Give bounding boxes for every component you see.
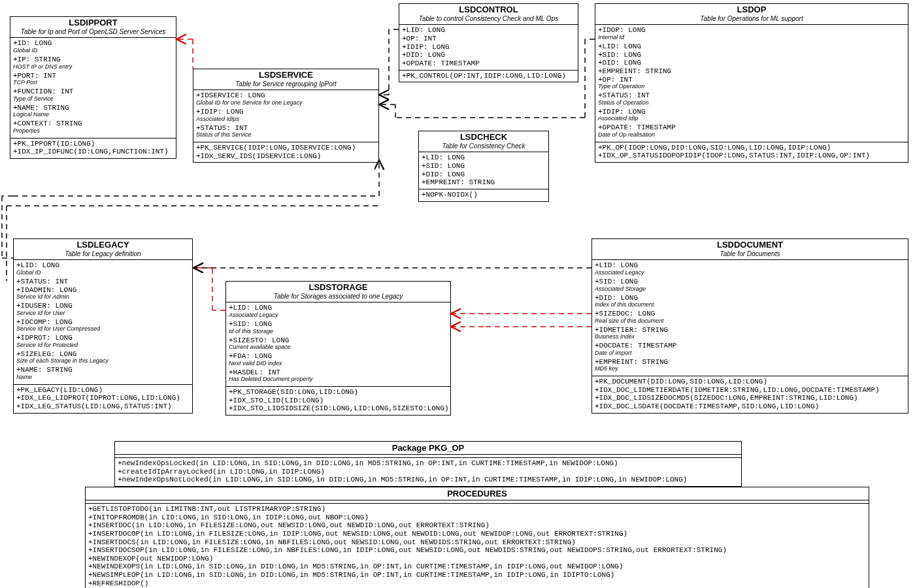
lsdipport-ops: +PK_IPPORT(ID:LONG) +IDX_IP_IDFUNC(ID:LO… <box>10 139 176 158</box>
lsdcheck-name: LSDCHECK <box>422 133 546 142</box>
lsdservice-ops: +PK_SERVICE(IDIP:LONG,IDSERVICE:LONG) +I… <box>193 142 378 162</box>
lsdlegacy-name: LSDLEGACY <box>16 240 190 250</box>
lsdipport-box: LSDIPPORT Table for Ip and Port of OpenL… <box>10 16 176 159</box>
lsdop-box: LSDOP Table for Operations for ML suppor… <box>595 3 908 163</box>
lsdstorage-box: LSDSTORAGE Table for Storages associated… <box>225 281 451 416</box>
lsdipport-attrs: +ID: LONG Global ID +IP: STRING HOST IP … <box>10 38 176 138</box>
lsdstorage-name: LSDSTORAGE <box>229 283 448 293</box>
procedures-lines: +GETLISTOPTODO(in LIMITNB:INT,out LISTPR… <box>86 504 869 588</box>
lsdcontrol-name: LSDCONTROL <box>402 5 575 15</box>
lsddocument-desc: Table for Documents <box>595 250 905 258</box>
lsddocument-ops: +PK_DOCUMENT(DID:LONG,SID:LONG,LID:LONG)… <box>592 376 908 413</box>
lsdcontrol-desc: Table to control Consistency Check and M… <box>402 15 575 23</box>
lsdop-desc: Table for Operations for ML support <box>598 15 905 23</box>
lsdservice-box: LSDSERVICE Table for Service regrouping … <box>193 69 379 163</box>
lsdlegacy-box: LSDLEGACY Table for Legacy definition +L… <box>13 238 193 414</box>
lsdcontrol-attrs: +LID: LONG +OP: INT +IDIP: LONG +DID: LO… <box>399 25 578 70</box>
lsdcheck-attrs: +LID: LONG +SID: LONG +DID: LONG +EMPREI… <box>419 152 548 189</box>
lsddocument-attrs: +LID: LONG Associated Legacy +SID: LONG … <box>592 260 908 376</box>
pkg-op-name: Package PKG_OP <box>115 442 741 455</box>
lsdservice-name: LSDSERVICE <box>196 71 376 80</box>
pkg-op-box: Package PKG_OP +newIndexOpsLocked(in LID… <box>114 441 742 487</box>
lsddocument-name: LSDDOCUMENT <box>595 240 905 250</box>
pkg-op-lines: +newIndexOpsLocked(in LID:LONG,in SID:LO… <box>115 458 741 486</box>
lsdstorage-attrs: +LID: LONG Associated Legacy +SID: LONG … <box>226 302 450 387</box>
lsddocument-box: LSDDOCUMENT Table for Documents +LID: LO… <box>591 238 908 414</box>
lsdipport-desc: Table for Ip and Port of OpenLSD Server … <box>13 28 173 36</box>
lsdservice-desc: Table for Service regrouping IpPort <box>196 80 376 88</box>
lsdipport-name: LSDIPPORT <box>13 18 173 28</box>
lsdcheck-ops: +NOPK-NOIDX() <box>419 189 548 201</box>
lsdcheck-desc: Table for Consistency Check <box>422 142 546 150</box>
lsdop-name: LSDOP <box>598 5 905 15</box>
procedures-box: PROCEDURES +GETLISTOPTODO(in LIMITNB:INT… <box>85 487 869 588</box>
lsdlegacy-attrs: +LID: LONG Global ID +STATUS: INT +IDADM… <box>14 260 192 384</box>
lsdop-ops: +PK_OP(IDOP:LONG,DID:LONG,SID:LONG,LID:L… <box>595 142 908 162</box>
lsdcontrol-box: LSDCONTROL Table to control Consistency … <box>399 3 578 82</box>
procedures-name: PROCEDURES <box>86 487 869 500</box>
lsdlegacy-ops: +PK_LEGACY(LID:LONG) +IDX_LEG_LIDPROT(ID… <box>14 385 192 413</box>
lsdcontrol-ops: +PK_CONTROL(OP:INT,IDIP:LONG,LID:LONG) <box>399 71 578 82</box>
lsdstorage-desc: Table for Storages associated to one Leg… <box>229 293 448 301</box>
lsdop-attrs: +IDOP: LONG Internal Id +LID: LONG +SID:… <box>595 25 908 142</box>
lsdlegacy-desc: Table for Legacy definition <box>16 250 190 258</box>
lsdcheck-box: LSDCHECK Table for Consistency Check +LI… <box>418 131 549 202</box>
lsdservice-attrs: +IDSERVICE: LONG Global ID for one Servi… <box>193 90 378 142</box>
lsdstorage-ops: +PK_STORAGE(SID:LONG,LID:LONG) +IDX_STO_… <box>226 387 450 415</box>
